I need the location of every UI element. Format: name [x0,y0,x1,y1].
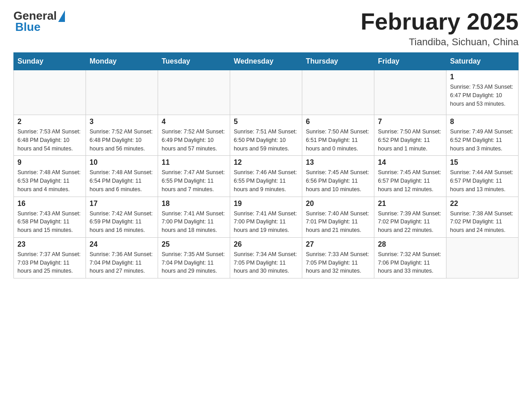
calendar-week-row: 2Sunrise: 7:53 AM Sunset: 6:48 PM Daylig… [14,115,519,156]
logo: General Blue [13,9,65,34]
calendar-day-cell [230,70,302,115]
calendar-day-cell: 10Sunrise: 7:48 AM Sunset: 6:54 PM Dayli… [86,156,158,197]
calendar-day-cell [14,70,86,115]
calendar-day-cell: 18Sunrise: 7:41 AM Sunset: 7:00 PM Dayli… [158,197,230,237]
day-info: Sunrise: 7:36 AM Sunset: 7:04 PM Dayligh… [90,250,154,275]
calendar-header-row: SundayMondayTuesdayWednesdayThursdayFrid… [14,53,519,70]
day-number: 5 [234,118,298,126]
day-info: Sunrise: 7:52 AM Sunset: 6:48 PM Dayligh… [90,128,154,153]
day-number: 10 [90,158,154,167]
calendar-day-cell: 11Sunrise: 7:47 AM Sunset: 6:55 PM Dayli… [158,156,230,197]
day-info: Sunrise: 7:43 AM Sunset: 6:58 PM Dayligh… [17,210,82,235]
calendar-day-cell: 2Sunrise: 7:53 AM Sunset: 6:48 PM Daylig… [14,115,86,156]
calendar-day-cell: 28Sunrise: 7:32 AM Sunset: 7:06 PM Dayli… [374,237,446,278]
calendar-day-cell: 7Sunrise: 7:50 AM Sunset: 6:52 PM Daylig… [374,115,446,156]
logo-blue-text: Blue [15,20,65,34]
day-number: 17 [90,200,154,208]
calendar-day-cell: 5Sunrise: 7:51 AM Sunset: 6:50 PM Daylig… [230,115,302,156]
calendar-day-cell: 9Sunrise: 7:48 AM Sunset: 6:53 PM Daylig… [14,156,86,197]
day-info: Sunrise: 7:51 AM Sunset: 6:50 PM Dayligh… [234,128,298,153]
calendar-day-cell: 1Sunrise: 7:53 AM Sunset: 6:47 PM Daylig… [446,70,519,115]
calendar-title: February 2025 [360,9,519,34]
day-number: 4 [162,118,226,126]
day-info: Sunrise: 7:42 AM Sunset: 6:59 PM Dayligh… [90,210,154,235]
calendar-day-cell: 19Sunrise: 7:41 AM Sunset: 7:00 PM Dayli… [230,197,302,237]
day-info: Sunrise: 7:32 AM Sunset: 7:06 PM Dayligh… [378,250,442,275]
day-of-week-header: Thursday [302,53,374,70]
calendar-day-cell: 16Sunrise: 7:43 AM Sunset: 6:58 PM Dayli… [14,197,86,237]
day-info: Sunrise: 7:46 AM Sunset: 6:55 PM Dayligh… [234,168,298,193]
calendar-day-cell: 23Sunrise: 7:37 AM Sunset: 7:03 PM Dayli… [14,237,86,278]
day-info: Sunrise: 7:39 AM Sunset: 7:02 PM Dayligh… [378,210,442,235]
day-of-week-header: Wednesday [230,53,302,70]
day-info: Sunrise: 7:52 AM Sunset: 6:49 PM Dayligh… [162,128,226,153]
calendar-day-cell [302,70,374,115]
calendar-day-cell: 15Sunrise: 7:44 AM Sunset: 6:57 PM Dayli… [446,156,519,197]
day-info: Sunrise: 7:37 AM Sunset: 7:03 PM Dayligh… [17,250,82,275]
day-info: Sunrise: 7:45 AM Sunset: 6:57 PM Dayligh… [378,168,442,193]
day-number: 12 [234,158,298,167]
calendar-day-cell: 4Sunrise: 7:52 AM Sunset: 6:49 PM Daylig… [158,115,230,156]
day-number: 13 [306,158,370,167]
calendar-day-cell [158,70,230,115]
calendar-week-row: 23Sunrise: 7:37 AM Sunset: 7:03 PM Dayli… [14,237,519,278]
page-header: General Blue February 2025 Tiandiba, Sic… [13,9,519,48]
day-info: Sunrise: 7:35 AM Sunset: 7:04 PM Dayligh… [162,250,226,275]
calendar-day-cell: 22Sunrise: 7:38 AM Sunset: 7:02 PM Dayli… [446,197,519,237]
day-info: Sunrise: 7:41 AM Sunset: 7:00 PM Dayligh… [162,210,226,235]
day-info: Sunrise: 7:50 AM Sunset: 6:51 PM Dayligh… [306,128,370,153]
day-number: 7 [378,118,442,126]
day-number: 9 [17,158,82,167]
calendar-day-cell: 13Sunrise: 7:45 AM Sunset: 6:56 PM Dayli… [302,156,374,197]
calendar-day-cell: 26Sunrise: 7:34 AM Sunset: 7:05 PM Dayli… [230,237,302,278]
calendar-day-cell: 12Sunrise: 7:46 AM Sunset: 6:55 PM Dayli… [230,156,302,197]
calendar-week-row: 1Sunrise: 7:53 AM Sunset: 6:47 PM Daylig… [14,70,519,115]
day-number: 25 [162,240,226,248]
calendar-day-cell: 14Sunrise: 7:45 AM Sunset: 6:57 PM Dayli… [374,156,446,197]
day-info: Sunrise: 7:48 AM Sunset: 6:53 PM Dayligh… [17,168,82,193]
day-info: Sunrise: 7:50 AM Sunset: 6:52 PM Dayligh… [378,128,442,153]
day-info: Sunrise: 7:53 AM Sunset: 6:47 PM Dayligh… [450,83,515,108]
calendar-day-cell: 24Sunrise: 7:36 AM Sunset: 7:04 PM Dayli… [86,237,158,278]
day-number: 23 [17,240,82,248]
calendar-day-cell [374,70,446,115]
day-number: 14 [378,158,442,167]
calendar-week-row: 16Sunrise: 7:43 AM Sunset: 6:58 PM Dayli… [14,197,519,237]
day-number: 15 [450,158,515,167]
day-of-week-header: Friday [374,53,446,70]
day-of-week-header: Sunday [14,53,86,70]
day-number: 27 [306,240,370,248]
calendar-day-cell: 8Sunrise: 7:49 AM Sunset: 6:52 PM Daylig… [446,115,519,156]
day-info: Sunrise: 7:49 AM Sunset: 6:52 PM Dayligh… [450,128,515,153]
calendar-subtitle: Tiandiba, Sichuan, China [360,36,519,48]
day-number: 28 [378,240,442,248]
day-number: 20 [306,200,370,208]
day-number: 1 [450,73,515,81]
day-info: Sunrise: 7:44 AM Sunset: 6:57 PM Dayligh… [450,168,515,193]
day-info: Sunrise: 7:41 AM Sunset: 7:00 PM Dayligh… [234,210,298,235]
day-number: 21 [378,200,442,208]
day-number: 11 [162,158,226,167]
day-info: Sunrise: 7:45 AM Sunset: 6:56 PM Dayligh… [306,168,370,193]
day-of-week-header: Monday [86,53,158,70]
day-info: Sunrise: 7:33 AM Sunset: 7:05 PM Dayligh… [306,250,370,275]
day-of-week-header: Saturday [446,53,519,70]
day-of-week-header: Tuesday [158,53,230,70]
day-number: 18 [162,200,226,208]
day-info: Sunrise: 7:40 AM Sunset: 7:01 PM Dayligh… [306,210,370,235]
day-info: Sunrise: 7:53 AM Sunset: 6:48 PM Dayligh… [17,128,82,153]
day-info: Sunrise: 7:48 AM Sunset: 6:54 PM Dayligh… [90,168,154,193]
day-info: Sunrise: 7:38 AM Sunset: 7:02 PM Dayligh… [450,210,515,235]
title-block: February 2025 Tiandiba, Sichuan, China [360,9,519,48]
calendar-day-cell: 17Sunrise: 7:42 AM Sunset: 6:59 PM Dayli… [86,197,158,237]
day-info: Sunrise: 7:47 AM Sunset: 6:55 PM Dayligh… [162,168,226,193]
day-number: 2 [17,118,82,126]
calendar-week-row: 9Sunrise: 7:48 AM Sunset: 6:53 PM Daylig… [14,156,519,197]
day-number: 22 [450,200,515,208]
calendar-table: SundayMondayTuesdayWednesdayThursdayFrid… [13,52,519,278]
day-number: 8 [450,118,515,126]
calendar-day-cell [86,70,158,115]
calendar-day-cell: 27Sunrise: 7:33 AM Sunset: 7:05 PM Dayli… [302,237,374,278]
day-info: Sunrise: 7:34 AM Sunset: 7:05 PM Dayligh… [234,250,298,275]
day-number: 19 [234,200,298,208]
